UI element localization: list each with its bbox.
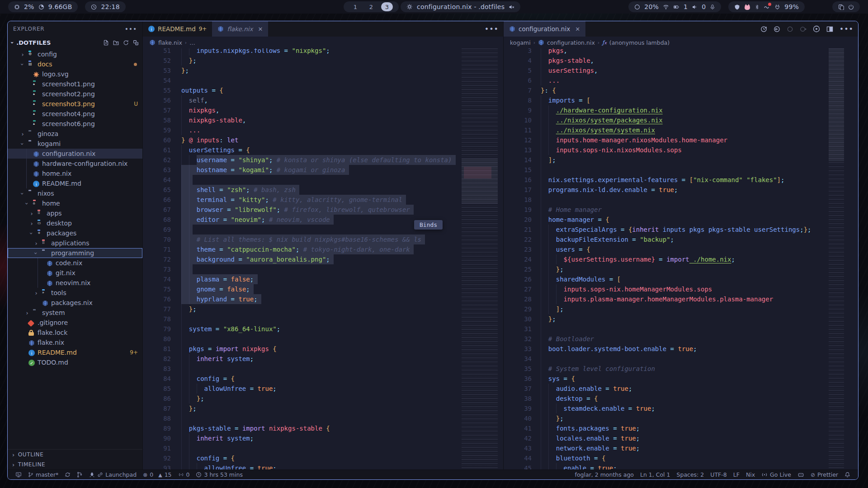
history-icon[interactable] [760, 26, 767, 33]
code-editor-flake[interactable]: 51 inputs.nixpkgs.follows = "nixpkgs";52… [143, 48, 503, 469]
status-remote-indicator[interactable] [12, 470, 25, 480]
tree-item-screenshot1-png[interactable]: ▴screenshot1.png [8, 79, 142, 89]
status-code-time[interactable]: 3 hrs 53 mins [193, 470, 245, 480]
explorer-more-actions[interactable]: ••• [125, 25, 137, 33]
bluetooth-icon[interactable] [755, 4, 760, 10]
power-icon[interactable] [848, 4, 854, 10]
section-outline[interactable]: ›OUTLINE [8, 450, 142, 460]
breadcrumb-segment[interactable]: … [189, 39, 195, 46]
circlearrow-icon[interactable] [800, 26, 807, 33]
tree-item-screenshot3-png[interactable]: ▴screenshot3.pngU [8, 99, 142, 109]
status-language-mode[interactable]: Nix [743, 470, 758, 480]
tree-item-neovim-nix[interactable]: neovim.nix [8, 278, 142, 288]
tree-item-flake-nix[interactable]: flake.nix [8, 338, 142, 347]
keyboard-battery-icon[interactable] [673, 4, 679, 10]
tree-item-tools[interactable]: ›»tools [8, 288, 142, 298]
tree-item-configuration-nix[interactable]: configuration.nix [8, 149, 142, 159]
tree-item-ginoza[interactable]: ›ginoza [8, 129, 142, 139]
code-line-37: 37 audio.enable = true; [504, 384, 858, 394]
microphone-icon[interactable] [710, 4, 715, 10]
tree-item-screenshot6-png[interactable]: ▴screenshot6.png [8, 119, 142, 129]
tree-item-git-nix[interactable]: git.nix [8, 268, 142, 278]
tree-item-logo-svg[interactable]: logo.svg [8, 69, 142, 79]
status-git-blame[interactable]: foglar, 2 months ago [572, 470, 637, 480]
tree-item-code-nix[interactable]: code.nix [8, 258, 142, 268]
breadcrumb-right[interactable]: kogami›configuration.nix›ƒx(anonymous la… [504, 37, 858, 48]
status-problems[interactable]: ⊗0▲15 [140, 470, 175, 480]
tree-item-flake-lock[interactable]: flake.lock [8, 328, 142, 338]
workspace-3[interactable]: 3 [381, 2, 393, 11]
new-folder-icon[interactable] [113, 40, 119, 46]
new-file-icon[interactable] [103, 40, 109, 46]
collapse-folders-icon[interactable] [133, 40, 139, 46]
clipboard-icon[interactable] [838, 4, 844, 10]
tree-item-system[interactable]: ›system [8, 308, 142, 318]
compare-icon[interactable] [774, 26, 780, 33]
breadcrumb-segment[interactable]: (anonymous lambda) [609, 39, 670, 46]
code-editor-configuration[interactable]: 3 pkgs,4 pkgs-stable,5 userSettings,6 ..… [504, 48, 858, 469]
status-cursor-position[interactable]: Ln 1, Col 1 [637, 470, 674, 480]
tree-item-readme-md[interactable]: iREADME.md [8, 178, 142, 188]
more-icon[interactable]: ••• [485, 25, 499, 33]
explorer-root-folder[interactable]: › .DOTFILES [8, 37, 142, 48]
minimap-middle[interactable] [462, 48, 498, 469]
brightness-icon[interactable] [634, 4, 640, 10]
tree-item-hardware-configuration-nix[interactable]: hardware-configuration.nix [8, 159, 142, 169]
status-launchpad[interactable]: Launchpad [86, 470, 140, 480]
section-timeline[interactable]: ›TIMELINE [8, 460, 142, 469]
status-prettier[interactable]: ⊘Prettier [807, 470, 841, 480]
vpn-shield-icon[interactable] [734, 4, 740, 10]
circle-icon[interactable] [787, 26, 793, 33]
status-notifications[interactable] [841, 470, 854, 480]
refresh-explorer-icon[interactable] [123, 40, 129, 46]
tree-item-desktop[interactable]: ›▭desktop [8, 218, 142, 228]
status-git-sync[interactable] [61, 470, 74, 480]
tree-item-screenshot4-png[interactable]: ▴screenshot4.png [8, 109, 142, 119]
code-line-93: 93 allowUnfree = true; [143, 463, 503, 469]
status-go-live[interactable]: Go Live [758, 470, 794, 480]
close-icon[interactable]: ✕ [258, 26, 263, 33]
volume-icon[interactable] [692, 4, 698, 10]
status-copilot[interactable] [794, 470, 807, 480]
mute-icon[interactable] [509, 4, 514, 10]
notification-wave-icon[interactable] [764, 4, 770, 10]
tree-item-packages[interactable]: ›+packages [8, 228, 142, 238]
status-git-graph[interactable] [74, 470, 86, 480]
tree-item-docs[interactable]: ›▤docs [8, 59, 142, 69]
cat-tray-icon[interactable] [744, 4, 750, 10]
tree-item-packages-nix[interactable]: packages.nix [8, 298, 142, 308]
tree-item-screenshot2-png[interactable]: ▴screenshot2.png [8, 89, 142, 99]
breadcrumb-segment[interactable]: configuration.nix [547, 39, 595, 46]
tree-item-programming[interactable]: ›programming [8, 248, 142, 258]
split-icon[interactable] [826, 26, 833, 33]
breadcrumb-middle[interactable]: flake.nix›… [143, 37, 503, 48]
close-icon[interactable]: ✕ [575, 26, 580, 33]
status-git-branch[interactable]: master* [25, 470, 61, 480]
tree-item-applications[interactable]: ›⠿applications [8, 238, 142, 248]
workspace-2[interactable]: 2 [365, 2, 377, 11]
more-icon[interactable]: ••• [840, 25, 854, 33]
run-icon[interactable] [813, 25, 820, 33]
tree-item-config[interactable]: ›⚙config [8, 49, 142, 59]
tab-readme-md[interactable]: iREADME.md9+ [143, 21, 212, 37]
tree-item--gitignore[interactable]: .gitignore [8, 318, 142, 328]
tab-configuration-nix[interactable]: configuration.nix✕ [504, 21, 585, 37]
line-number: 61 [143, 145, 171, 155]
breadcrumb-segment[interactable]: flake.nix [158, 39, 182, 46]
status-ports[interactable]: 0 [175, 470, 193, 480]
status-encoding[interactable]: UTF-8 [707, 470, 730, 480]
wifi-icon[interactable] [663, 4, 669, 10]
tree-item-nixos[interactable]: ›nixos [8, 188, 142, 198]
tree-item-apps[interactable]: ›⠿apps [8, 208, 142, 218]
status-indentation[interactable]: Spaces: 2 [674, 470, 708, 480]
workspace-1[interactable]: 1 [349, 2, 361, 11]
tree-item-home[interactable]: ›⌂home [8, 198, 142, 208]
tree-item-kogami[interactable]: ›kogami [8, 139, 142, 149]
tab-flake-nix[interactable]: flake.nix✕ [212, 21, 268, 37]
tree-item-todo-md[interactable]: ✓TODO.md [8, 357, 142, 367]
status-eol[interactable]: LF [730, 470, 743, 480]
breadcrumb-segment[interactable]: kogami [510, 39, 531, 46]
tree-item-home-nix[interactable]: home.nix [8, 169, 142, 178]
tree-item-readme-md[interactable]: iREADME.md9+ [8, 347, 142, 357]
minimap-right[interactable] [829, 48, 844, 469]
